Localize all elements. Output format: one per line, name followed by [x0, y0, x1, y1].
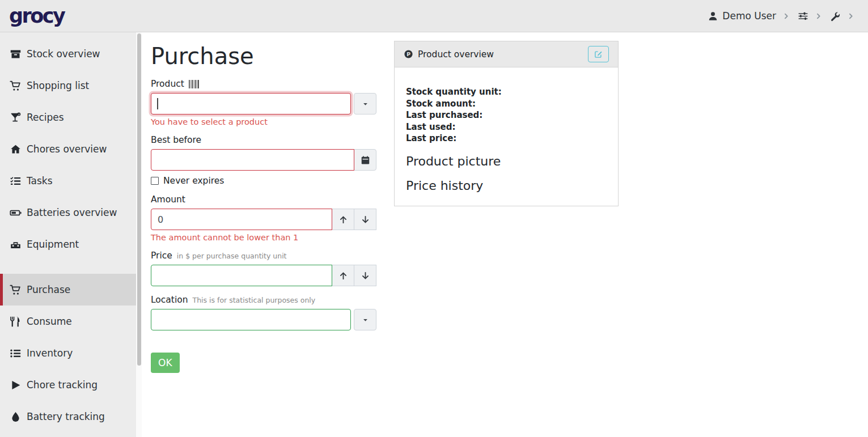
chevron-right-icon — [847, 12, 854, 20]
product-overview-title-text: Product overview — [418, 49, 494, 60]
sidebar-item-chore-tracking[interactable]: Chore tracking — [0, 369, 142, 401]
topbar-item-label: Demo User — [722, 10, 776, 22]
sidebar-item-battery-tracking[interactable]: Battery tracking — [0, 401, 142, 432]
amount-increment-button[interactable] — [332, 209, 354, 230]
battery-icon — [10, 207, 22, 219]
product-input-row — [151, 93, 376, 114]
edit-product-button[interactable] — [588, 46, 609, 62]
sidebar-item-purchase[interactable]: Purchase — [0, 274, 142, 306]
price-history-heading: Price history — [406, 179, 607, 193]
ok-button[interactable]: OK — [151, 353, 180, 373]
price-increment-button[interactable] — [332, 265, 354, 286]
amount-input-wrap — [151, 209, 332, 230]
home-icon — [10, 143, 22, 155]
caret-down-icon — [361, 100, 370, 108]
admin-menu[interactable] — [830, 11, 854, 22]
tasks-icon — [10, 175, 22, 187]
location-dropdown-button[interactable] — [354, 309, 376, 330]
location-group: Location This is for statistical purpose… — [151, 295, 376, 330]
user-menu[interactable]: Demo User — [708, 10, 790, 22]
wrench-icon — [830, 11, 841, 22]
location-input-wrap — [151, 309, 351, 330]
product-overview-body: Stock quantity unit:Stock amount:Last pu… — [395, 67, 618, 206]
sidebar-item-tasks[interactable]: Tasks — [0, 165, 142, 197]
best-before-label-text: Best before — [151, 135, 201, 145]
user-icon — [708, 11, 718, 22]
edit-icon — [594, 50, 603, 58]
droplet-icon — [10, 411, 22, 423]
best-before-label: Best before — [151, 135, 376, 145]
overview-field: Stock amount: — [406, 98, 607, 110]
product-overview-title: P Product overview — [404, 49, 494, 60]
overview-field: Stock quantity unit: — [406, 86, 607, 98]
product-overview-fields: Stock quantity unit:Stock amount:Last pu… — [406, 86, 607, 145]
sidebar: Stock overviewShopping listRecipesChores… — [0, 32, 142, 437]
settings-menu[interactable] — [798, 11, 822, 22]
utensils-icon — [10, 316, 22, 328]
product-overview-header: P Product overview — [395, 41, 618, 67]
sidebar-item-label: Batteries overview — [27, 207, 117, 218]
price-decrement-button[interactable] — [354, 265, 376, 286]
best-before-input-row — [151, 149, 376, 171]
sidebar-item-label: Battery tracking — [27, 411, 105, 422]
product-error: You have to select a product — [151, 117, 376, 126]
sidebar-scrollbar-thumb[interactable] — [137, 33, 141, 366]
amount-input[interactable] — [151, 209, 332, 230]
amount-input-row — [151, 209, 376, 230]
location-hint: This is for statistical purposes only — [193, 296, 316, 304]
product-group: Product You have to select a product — [151, 79, 376, 126]
sidebar-item-inventory[interactable]: Inventory — [0, 337, 142, 369]
location-label: Location This is for statistical purpose… — [151, 295, 376, 305]
sidebar-item-label: Consume — [27, 316, 72, 327]
sidebar-item-label: Purchase — [27, 284, 70, 295]
arrow-up-icon — [338, 215, 348, 224]
sidebar-item-chores-overview[interactable]: Chores overview — [0, 133, 142, 165]
arrow-down-icon — [361, 271, 370, 281]
sidebar-spacer — [0, 260, 142, 274]
sidebar-item-label: Recipes — [27, 112, 64, 123]
text-cursor — [157, 98, 158, 109]
sidebar-item-stock-overview[interactable]: Stock overview — [0, 38, 142, 70]
page-title: Purchase — [151, 43, 376, 70]
overview-field: Last used: — [406, 121, 607, 133]
sidebar-item-shopping-list[interactable]: Shopping list — [0, 70, 142, 101]
barcode-icon — [188, 80, 201, 88]
never-expires-label: Never expires — [163, 176, 224, 186]
best-before-input[interactable] — [151, 149, 354, 171]
never-expires-checkbox[interactable] — [151, 177, 159, 185]
play-icon — [10, 379, 22, 391]
sidebar-item-recipes[interactable]: Recipes — [0, 101, 142, 133]
calendar-icon — [361, 155, 370, 165]
amount-label-text: Amount — [151, 194, 185, 205]
location-input[interactable] — [151, 309, 351, 330]
box-icon — [10, 48, 22, 60]
price-input[interactable] — [151, 265, 332, 286]
product-overview-card: P Product overview Stock quantity unit:S… — [394, 41, 619, 206]
sidebar-item-consume[interactable]: Consume — [0, 306, 142, 337]
sliders-icon — [798, 11, 808, 22]
sidebar-item-label: Equipment — [27, 239, 79, 250]
amount-decrement-button[interactable] — [354, 209, 376, 230]
cart-icon — [10, 80, 22, 92]
price-group: Price in $ per purchase quantity unit — [151, 251, 376, 286]
cart-icon — [10, 284, 22, 296]
main-content: Purchase Product You have to select a pr… — [142, 32, 868, 437]
arrow-down-icon — [361, 215, 370, 224]
sidebar-item-batteries-overview[interactable]: Batteries overview — [0, 197, 142, 228]
app-logo[interactable]: grocy — [9, 6, 64, 26]
product-input[interactable] — [151, 93, 351, 114]
product-input-wrap — [151, 93, 351, 114]
chevron-right-icon — [782, 12, 790, 20]
location-label-text: Location — [151, 295, 188, 305]
sidebar-item-label: Stock overview — [27, 48, 100, 60]
price-label-text: Price — [151, 251, 172, 261]
product-dropdown-button[interactable] — [354, 93, 376, 114]
calendar-button[interactable] — [354, 149, 376, 171]
product-circle-icon: P — [404, 49, 413, 59]
sidebar-item-equipment[interactable]: Equipment — [0, 228, 142, 260]
price-label: Price in $ per purchase quantity unit — [151, 251, 376, 261]
amount-label: Amount — [151, 194, 376, 205]
sidebar-item-label: Shopping list — [27, 80, 89, 91]
list-icon — [10, 347, 22, 359]
overview-field: Last price: — [406, 133, 607, 145]
